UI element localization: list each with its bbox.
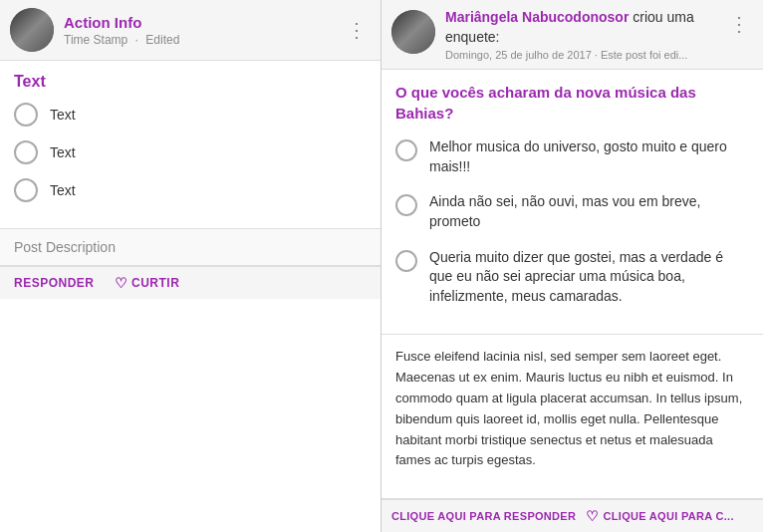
poll-text-3: Queria muito dizer que gostei, mas a ver…	[429, 248, 749, 307]
right-like-button[interactable]: ♡ CLIQUE AQUI PARA C...	[586, 508, 734, 524]
dot-separator: ·	[135, 33, 138, 47]
avatar	[10, 8, 54, 52]
post-section-label: Text	[14, 73, 367, 91]
more-options-icon[interactable]: ⋮	[343, 14, 371, 46]
post-title: Action Info	[64, 14, 343, 31]
right-reply-button[interactable]: CLIQUE AQUI PARA RESPONDER	[391, 510, 576, 522]
right-post-actions: CLIQUE AQUI PARA RESPONDER ♡ CLIQUE AQUI…	[382, 499, 763, 532]
post-subtitle: Time Stamp · Edited	[64, 33, 343, 47]
avatar-image	[10, 8, 54, 52]
poll-text-1: Melhor musica do universo, gosto muito e…	[429, 137, 749, 176]
timestamp: Time Stamp	[64, 33, 127, 47]
poll-option-3[interactable]: Queria muito dizer que gostei, mas a ver…	[395, 248, 749, 307]
right-heart-icon: ♡	[586, 508, 599, 524]
left-panel: Action Info Time Stamp · Edited ⋮ Text T…	[0, 0, 382, 532]
poll-radio-1[interactable]	[395, 139, 417, 161]
poll-option-1[interactable]: Melhor musica do universo, gosto muito e…	[395, 137, 749, 176]
radio-circle-1[interactable]	[14, 103, 38, 127]
radio-circle-3[interactable]	[14, 178, 38, 202]
right-post-header: Mariângela Nabucodonosor criou uma enque…	[382, 0, 763, 70]
right-timestamp: Domingo, 25 de julho de 2017	[445, 49, 592, 61]
like-button[interactable]: ♡ CURTIR	[115, 275, 180, 291]
post-actions: RESPONDER ♡ CURTIR	[0, 266, 381, 299]
right-post-subtitle: Domingo, 25 de julho de 2017 · Este post…	[445, 49, 725, 61]
radio-label-3: Text	[50, 182, 76, 198]
poll-text-2: Ainda não sei, não ouvi, mas vou em brev…	[429, 192, 749, 231]
radio-option-2[interactable]: Text	[14, 140, 367, 164]
like-label: CURTIR	[131, 276, 179, 290]
poll-radio-3[interactable]	[395, 250, 417, 272]
right-more-options-icon[interactable]: ⋮	[725, 8, 753, 40]
username: Mariângela Nabucodonosor	[445, 9, 629, 25]
right-like-label: CLIQUE AQUI PARA C...	[604, 510, 734, 522]
radio-label-1: Text	[50, 107, 76, 123]
post-body: Text Text Text Text	[0, 61, 381, 229]
radio-label-2: Text	[50, 144, 76, 160]
poll-body: O que vocês acharam da nova música das B…	[382, 70, 763, 335]
header-info-right: Mariângela Nabucodonosor criou uma enque…	[445, 8, 725, 61]
left-post-header: Action Info Time Stamp · Edited ⋮	[0, 0, 381, 61]
right-panel: Mariângela Nabucodonosor criou uma enque…	[382, 0, 763, 532]
heart-icon: ♡	[115, 275, 128, 291]
right-post-title: Mariângela Nabucodonosor criou uma enque…	[445, 8, 725, 47]
radio-option-1[interactable]: Text	[14, 103, 367, 127]
avatar-right	[391, 10, 435, 54]
reply-button[interactable]: RESPONDER	[14, 276, 95, 290]
avatar-image-right	[391, 10, 435, 54]
header-info: Action Info Time Stamp · Edited	[64, 14, 343, 47]
radio-circle-2[interactable]	[14, 140, 38, 164]
poll-question: O que vocês acharam da nova música das B…	[395, 82, 749, 124]
radio-option-3[interactable]: Text	[14, 178, 367, 202]
post-description: Post Description	[0, 229, 381, 266]
right-edited-label: Este post foi edi...	[601, 49, 687, 61]
edited-label: Edited	[145, 33, 179, 47]
poll-radio-2[interactable]	[395, 194, 417, 216]
poll-option-2[interactable]: Ainda não sei, não ouvi, mas vou em brev…	[395, 192, 749, 231]
post-content: Fusce eleifend lacinia nisl, sed semper …	[382, 335, 763, 499]
